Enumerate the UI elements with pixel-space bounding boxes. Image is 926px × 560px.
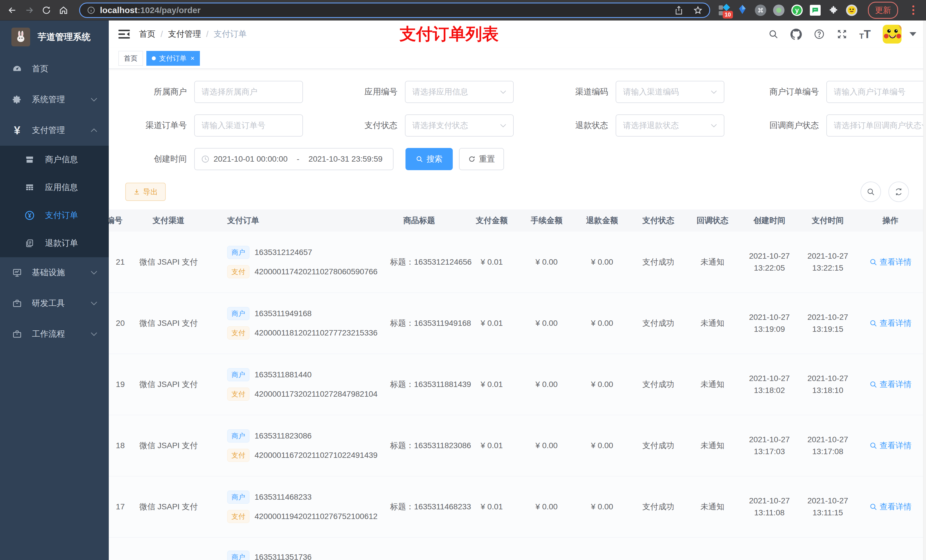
browser-menu-icon[interactable]	[909, 5, 917, 15]
channel-code-select[interactable]: 请输入渠道编码	[616, 81, 725, 103]
extension-gray-dot-icon[interactable]	[773, 4, 785, 16]
help-icon[interactable]	[814, 29, 825, 39]
documents-icon	[24, 239, 35, 248]
monitor-chart-icon	[11, 268, 23, 278]
app-select[interactable]: 请选择应用信息	[405, 81, 514, 103]
github-icon[interactable]	[790, 29, 802, 40]
browser-home-icon[interactable]	[57, 4, 70, 17]
sidebar-item-system[interactable]: 系统管理	[0, 84, 109, 115]
toolbox-icon	[11, 299, 23, 308]
create-time-label: 创建时间	[109, 153, 194, 165]
merchant-order-no: 1635312124657	[254, 248, 312, 257]
cell-paid: 2021-10-2713:18:10	[801, 373, 855, 396]
search-button[interactable]: 搜索	[406, 148, 453, 170]
merchant-tag: 商户	[227, 246, 250, 259]
table-toolbar: 导出	[109, 181, 926, 210]
extension-chat-icon[interactable]	[809, 4, 821, 16]
table-row: 17 微信 JSAPI 支付 商户1635311468233 支付4200001…	[109, 476, 926, 537]
sidebar-item-infrastructure[interactable]: 基础设施	[0, 257, 109, 288]
col-channel: 支付渠道	[135, 215, 203, 226]
view-detail-link[interactable]: 查看详情	[855, 257, 926, 267]
chevron-down-icon	[91, 301, 97, 305]
refund-status-label: 退款状态	[530, 120, 616, 131]
export-button[interactable]: 导出	[125, 183, 166, 201]
breadcrumb-payment[interactable]: 支付管理	[168, 29, 201, 40]
view-detail-link[interactable]: 查看详情	[855, 379, 926, 390]
header-search-icon[interactable]	[768, 29, 779, 39]
view-detail-link[interactable]: 查看详情	[855, 501, 926, 512]
sidebar-item-payment[interactable]: ¥ 支付管理	[0, 115, 109, 146]
date-start-value: 2021-10-01 00:00:00	[213, 154, 287, 164]
profile-emoji-icon[interactable]	[846, 4, 858, 16]
cell-paid: 2021-10-2713:11:15	[801, 495, 855, 519]
avatar-caret-icon[interactable]	[909, 32, 916, 36]
extension-command-icon[interactable]	[755, 4, 767, 16]
sidebar: 芋道管理系统 首页 系统管理 ¥ 支付管理	[0, 21, 109, 560]
notify-status-select[interactable]: 请选择订单回调商户状态	[826, 115, 926, 137]
table-row: 21 微信 JSAPI 支付 商户1635312124657 支付4200001…	[109, 232, 926, 293]
clock-icon	[201, 155, 210, 163]
sidebar-item-label: 工作流程	[32, 328, 65, 340]
sidebar-item-home[interactable]: 首页	[0, 53, 109, 84]
merchant-tag: 商户	[227, 368, 250, 381]
tab-active-dot	[152, 56, 156, 60]
extension-y-icon[interactable]: y	[791, 4, 803, 16]
sidebar-item-refund-order[interactable]: 退款订单	[0, 229, 109, 257]
extensions-puzzle-icon[interactable]	[828, 4, 840, 16]
view-detail-link[interactable]: 查看详情	[855, 318, 926, 329]
breadcrumb-home[interactable]: 首页	[139, 29, 156, 40]
fullscreen-icon[interactable]	[837, 29, 847, 39]
refund-status-select[interactable]: 请选择退款状态	[616, 115, 725, 137]
tab-home[interactable]: 首页	[118, 51, 143, 66]
date-end-value: 2021-10-31 23:59:59	[309, 154, 383, 164]
cell-id: 17	[109, 502, 135, 511]
browser-reload-icon[interactable]	[40, 4, 53, 17]
pay-status-select[interactable]: 请选择支付状态	[405, 115, 514, 137]
cell-status: 支付成功	[630, 501, 687, 512]
cell-refund: ¥ 0.00	[574, 380, 630, 389]
cell-title: 标题：1635312124656	[374, 257, 465, 267]
refresh-icon[interactable]	[888, 181, 909, 202]
date-range-input[interactable]: 2021-10-01 00:00:00 - 2021-10-31 23:59:5…	[194, 148, 393, 170]
extension-kite-icon[interactable]	[736, 4, 748, 16]
user-avatar[interactable]	[883, 25, 902, 44]
date-range-dash: -	[297, 154, 299, 164]
merchant-input[interactable]: 请选择所属商户	[194, 81, 303, 103]
app-label: 应用编号	[319, 86, 405, 98]
reset-button[interactable]: 重置	[459, 148, 504, 170]
cell-order: 商户1635311881440 支付4200001173202110272847…	[203, 368, 374, 401]
page-scrollbar[interactable]	[923, 21, 926, 560]
sidebar-item-pay-order[interactable]: 支付订单	[0, 201, 109, 229]
app-logo[interactable]: 芋道管理系统	[0, 21, 109, 53]
tab-close-icon[interactable]: ×	[191, 54, 195, 62]
sidebar-item-dev-tools[interactable]: 研发工具	[0, 288, 109, 319]
share-icon[interactable]	[675, 6, 683, 15]
sidebar-item-merchant-info[interactable]: 商户信息	[0, 146, 109, 174]
merchant-order-no: 1635311823086	[254, 432, 312, 441]
search-form: 所属商户 请选择所属商户 应用编号 请选择应用信息 渠道编码 请输入渠道编码	[109, 69, 926, 181]
sidebar-item-label: 研发工具	[32, 297, 65, 309]
bookmark-star-icon[interactable]	[693, 6, 702, 15]
cell-refund: ¥ 0.00	[574, 258, 630, 267]
channel-order-input[interactable]: 请输入渠道订单号	[194, 115, 303, 137]
cell-title: 标题：1635311468233	[374, 501, 465, 512]
address-bar[interactable]: localhost:1024/pay/order	[79, 3, 710, 18]
font-size-icon[interactable]: TT	[859, 29, 871, 40]
cell-fee: ¥ 0.00	[519, 380, 574, 389]
table-row: 20 微信 JSAPI 支付 商户1635311949168 支付4200001…	[109, 293, 926, 354]
sidebar-collapse-icon[interactable]	[118, 28, 131, 41]
merchant-order-input[interactable]: 请输入商户订单编号	[826, 81, 926, 103]
toggle-search-icon[interactable]	[861, 181, 881, 202]
tab-pay-order[interactable]: 支付订单 ×	[146, 51, 200, 66]
sidebar-item-workflow[interactable]: 工作流程	[0, 319, 109, 349]
sidebar-item-app-info[interactable]: 应用信息	[0, 174, 109, 201]
url-text: localhost:1024/pay/order	[100, 5, 200, 15]
site-info-icon[interactable]	[87, 6, 95, 15]
extension-badge-icon[interactable]: 10	[718, 4, 730, 16]
browser-forward-icon[interactable]	[23, 4, 36, 17]
navbar-actions: TT	[768, 25, 916, 44]
view-detail-link[interactable]: 查看详情	[855, 440, 926, 451]
browser-back-icon[interactable]	[6, 4, 19, 17]
cell-channel: 微信 JSAPI 支付	[135, 501, 203, 512]
browser-update-button[interactable]: 更新	[868, 2, 898, 19]
